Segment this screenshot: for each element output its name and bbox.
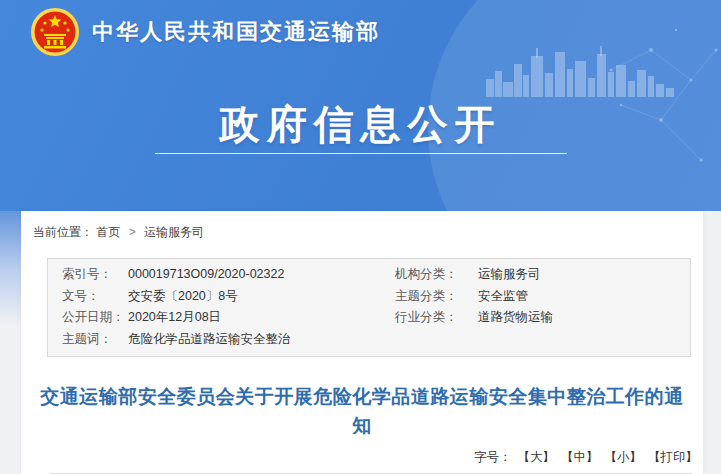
print-button[interactable]: 【打印】 [648,450,698,464]
table-row: 文号： 交安委〔2020〕8号 主题分类： 安全监管 [48,286,690,308]
left-gutter-fade [0,211,21,326]
meta-label: 主题词： [48,329,128,351]
font-size-large-button[interactable]: 【大】 [518,450,556,464]
banner: 中华人民共和国交通运输部 政府信息公开 [0,0,721,211]
font-size-controls: 字号：【大】【中】【小】【打印】 [21,449,703,466]
meta-label: 机构分类： [369,264,478,286]
font-size-medium-button[interactable]: 【中】 [561,450,599,464]
national-emblem-icon [30,7,80,57]
meta-cell-empty [369,329,690,351]
site-header: 中华人民共和国交通运输部 [30,7,380,57]
meta-value: 交安委〔2020〕8号 [128,286,238,308]
meta-cell-keywords: 主题词： 危险化学品道路运输安全整治 [48,329,369,351]
meta-cell-industry-category: 行业分类： 道路货物运输 [369,307,690,329]
content-panel: 当前位置： 首页 > 运输服务司 索引号： 000019713O09/2020-… [21,211,703,474]
ministry-name: 中华人民共和国交通运输部 [92,17,380,47]
meta-label: 主题分类： [369,286,478,308]
meta-label: 行业分类： [369,307,478,329]
title-underline [155,153,567,154]
meta-value: 2020年12月08日 [128,307,221,329]
meta-label: 公开日期： [48,307,128,329]
font-size-small-button[interactable]: 【小】 [605,450,643,464]
breadcrumb: 当前位置： 首页 > 运输服务司 [21,211,703,251]
breadcrumb-link-department[interactable]: 运输服务司 [144,225,204,239]
meta-cell-topic-category: 主题分类： 安全监管 [369,286,690,308]
meta-label [369,329,478,351]
table-row: 主题词： 危险化学品道路运输安全整治 [48,329,690,351]
meta-cell-org-category: 机构分类： 运输服务司 [369,264,690,286]
document-title: 交通运输部安全委员会关于开展危险化学品道路运输安全集中整治工作的通知 [36,382,688,440]
page: 中华人民共和国交通运输部 政府信息公开 当前位置： 首页 > 运输服务司 索引号… [0,0,721,474]
meta-value: 运输服务司 [478,264,541,286]
table-row: 索引号： 000019713O09/2020-02322 机构分类： 运输服务司 [48,264,690,286]
document-meta-table: 索引号： 000019713O09/2020-02322 机构分类： 运输服务司… [47,258,691,357]
meta-cell-index-number: 索引号： 000019713O09/2020-02322 [48,264,369,286]
breadcrumb-link-home[interactable]: 首页 [96,225,120,239]
font-size-label: 字号： [474,450,512,464]
table-row: 公开日期： 2020年12月08日 行业分类： 道路货物运输 [48,307,690,329]
meta-value: 道路货物运输 [478,307,553,329]
breadcrumb-label: 当前位置： [33,225,93,239]
meta-value: 危险化学品道路运输安全整治 [128,329,291,351]
page-title: 政府信息公开 [0,97,721,152]
meta-cell-publish-date: 公开日期： 2020年12月08日 [48,307,369,329]
meta-label: 索引号： [48,264,128,286]
meta-value: 安全监管 [478,286,528,308]
breadcrumb-separator: > [129,225,136,239]
meta-cell-doc-number: 文号： 交安委〔2020〕8号 [48,286,369,308]
meta-value: 000019713O09/2020-02322 [128,264,284,286]
meta-label: 文号： [48,286,128,308]
